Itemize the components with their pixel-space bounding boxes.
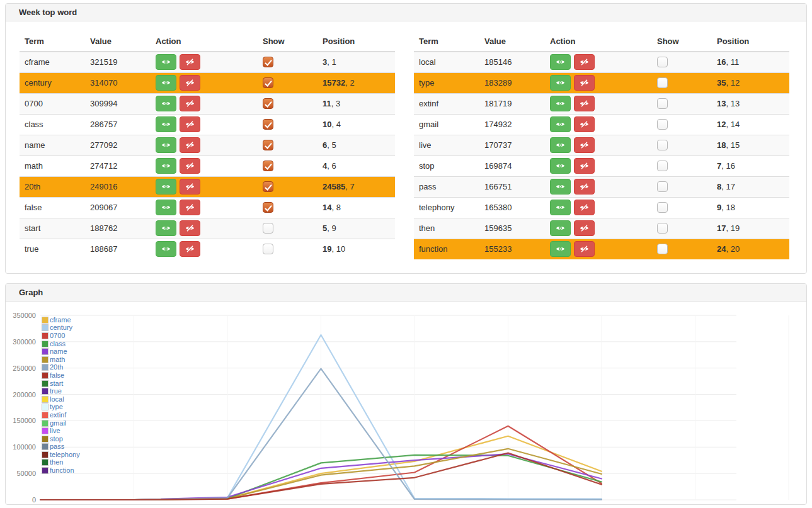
legend-item-telephony[interactable]: telephony [42,451,80,459]
legend-item-name[interactable]: name [42,347,80,356]
show-checkbox[interactable] [657,119,668,130]
table-row-century[interactable]: century31407015732, 2 [20,72,395,93]
hide-series-button[interactable] [574,116,595,132]
legend-item-math[interactable]: math [42,356,80,364]
show-series-button[interactable] [550,220,571,236]
show-series-button[interactable] [156,241,176,257]
legend-item-0700[interactable]: 0700 [42,332,80,340]
show-checkbox[interactable] [657,140,668,150]
show-checkbox[interactable] [263,181,273,192]
show-series-button[interactable] [550,75,571,91]
hide-series-button[interactable] [180,54,200,70]
table-row-math[interactable]: math2747124, 6 [20,155,395,176]
table-row-telephony[interactable]: telephony1653809, 18 [414,197,789,218]
table-row-true[interactable]: true18868719, 10 [20,239,395,259]
legend-item-live[interactable]: live [42,427,80,435]
legend-item-class[interactable]: class [42,340,80,348]
show-series-button[interactable] [550,116,571,132]
table-row-local[interactable]: local18514616, 11 [414,52,789,72]
show-series-button[interactable] [550,96,571,111]
show-checkbox[interactable] [263,202,273,213]
legend-item-cframe[interactable]: cframe [42,316,80,324]
hide-series-button[interactable] [574,220,595,236]
table-row-type[interactable]: type18328935, 12 [414,72,789,93]
show-series-button[interactable] [550,54,571,70]
legend-item-type[interactable]: type [42,404,80,412]
hide-series-button[interactable] [574,200,595,215]
legend-item-20th[interactable]: 20th [42,364,80,372]
legend-item-stop[interactable]: stop [42,435,80,443]
hide-series-button[interactable] [574,158,595,174]
hide-series-button[interactable] [180,179,200,195]
show-series-button[interactable] [156,137,176,153]
show-series-button[interactable] [156,200,176,215]
hide-series-button[interactable] [574,54,595,70]
show-checkbox[interactable] [657,244,668,254]
show-checkbox[interactable] [263,119,273,130]
show-checkbox[interactable] [657,57,668,67]
show-series-button[interactable] [156,96,176,111]
hide-series-button[interactable] [180,220,200,236]
show-checkbox[interactable] [263,77,273,88]
show-series-button[interactable] [156,54,176,70]
show-checkbox[interactable] [657,77,668,88]
table-row-pass[interactable]: pass1667518, 17 [414,176,789,197]
hide-series-button[interactable] [574,96,595,111]
legend-item-extinf[interactable]: extinf [42,411,80,419]
table-row-class[interactable]: class28675710, 4 [20,114,395,135]
table-row-start[interactable]: start1887625, 9 [20,218,395,239]
table-row-function[interactable]: function15523324, 20 [414,239,789,259]
hide-series-button[interactable] [574,179,595,195]
legend-item-then[interactable]: then [42,459,80,467]
table-row-then[interactable]: then15963517, 19 [414,218,789,239]
legend-item-false[interactable]: false [42,371,80,380]
show-series-button[interactable] [156,179,176,195]
show-checkbox[interactable] [263,98,273,109]
show-series-button[interactable] [156,116,176,132]
table-row-live[interactable]: live17073718, 15 [414,135,789,155]
table-row-extinf[interactable]: extinf18171913, 13 [414,93,789,114]
show-checkbox[interactable] [263,57,273,67]
show-checkbox[interactable] [263,140,273,150]
show-series-button[interactable] [550,158,571,174]
table-row-name[interactable]: name2770926, 5 [20,135,395,155]
show-checkbox[interactable] [657,161,668,171]
hide-series-button[interactable] [180,241,200,257]
legend-item-start[interactable]: start [42,380,80,388]
table-row-false[interactable]: false20906714, 8 [20,197,395,218]
legend-item-gmail[interactable]: gmail [42,419,80,427]
show-series-button[interactable] [550,179,571,195]
hide-series-button[interactable] [180,96,200,111]
hide-series-button[interactable] [574,137,595,153]
legend-item-true[interactable]: true [42,387,80,395]
show-checkbox[interactable] [263,223,273,234]
show-series-button[interactable] [550,241,571,257]
table-row-20th[interactable]: 20th24901624585, 7 [20,176,395,197]
show-series-button[interactable] [156,75,176,91]
table-row-0700[interactable]: 070030999411, 3 [20,93,395,114]
show-checkbox[interactable] [263,244,273,254]
legend-item-local[interactable]: local [42,395,80,404]
table-row-stop[interactable]: stop1698747, 16 [414,155,789,176]
table-row-cframe[interactable]: cframe3215193, 1 [20,52,395,72]
show-series-button[interactable] [550,200,571,215]
legend-item-function[interactable]: function [42,466,80,475]
hide-series-button[interactable] [574,75,595,91]
legend-item-century[interactable]: century [42,324,80,332]
legend-item-pass[interactable]: pass [42,443,80,451]
table-row-gmail[interactable]: gmail17493212, 14 [414,114,789,135]
hide-series-button[interactable] [180,75,200,91]
show-checkbox[interactable] [657,202,668,213]
show-checkbox[interactable] [657,98,668,109]
show-checkbox[interactable] [263,161,273,171]
show-series-button[interactable] [550,137,571,153]
hide-series-button[interactable] [180,137,200,153]
hide-series-button[interactable] [180,200,200,215]
hide-series-button[interactable] [574,241,595,257]
hide-series-button[interactable] [180,116,200,132]
hide-series-button[interactable] [180,158,200,174]
show-checkbox[interactable] [657,181,668,192]
show-checkbox[interactable] [657,223,668,234]
show-series-button[interactable] [156,220,176,236]
show-series-button[interactable] [156,158,176,174]
